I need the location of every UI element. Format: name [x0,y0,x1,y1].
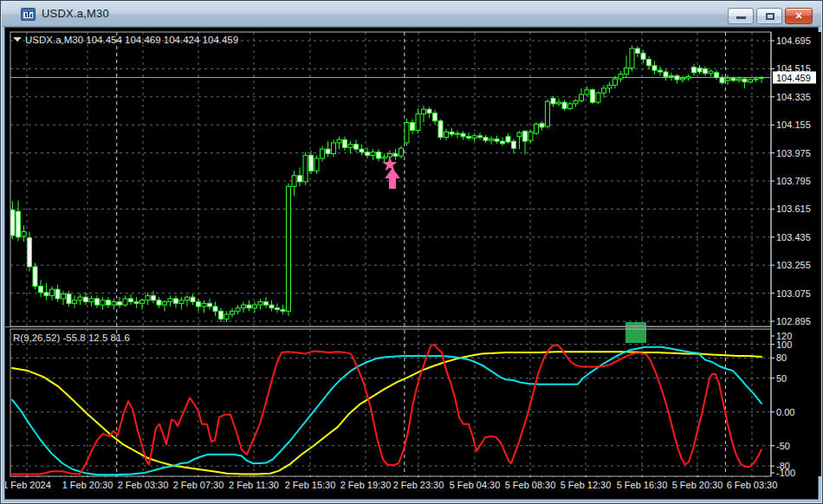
candle-body [731,78,736,81]
candle-body [483,138,488,141]
pink-up-arrow-marker[interactable] [385,168,400,189]
candle-body [472,136,476,139]
candle-body [664,72,668,76]
candle-body [134,302,139,304]
candle-body [123,299,127,305]
candle-body [715,73,719,77]
symbol-ohlc-label: USDX.a,M30 104.454 104.469 104.424 104.4… [25,35,238,45]
candle-body [287,186,291,311]
time-axis-label: 1 Feb 2024 [5,480,51,490]
candle-body [450,132,454,134]
candle-body [585,90,589,94]
candle-body [281,310,285,312]
candle-body [456,133,460,134]
candle-body [501,141,505,144]
candle-body [298,176,302,182]
candle-body [89,299,94,302]
chart-client-area: 104.695104.515104.335104.155103.975103.7… [4,27,819,500]
candle-body [742,79,747,82]
candle-body [652,66,657,70]
candle-body [269,305,274,308]
candle-body [748,80,753,82]
candle-body [512,141,516,148]
candle-body [444,132,449,137]
candle-body [619,74,623,79]
candle-body [100,300,105,305]
candle-body [242,305,246,308]
close-button[interactable]: × [785,8,813,24]
price-tick-label: 104.155 [776,120,811,130]
time-axis-label: 5 Feb 12:30 [561,480,612,490]
candle-body [630,48,634,68]
candle-body [760,77,764,78]
restore-button[interactable] [756,8,782,24]
time-axis-label: 6 Feb 03:30 [727,480,778,490]
candle-body [208,303,212,307]
time-axis-label: 5 Feb 08:30 [505,480,556,490]
chart-window: USDX.a,M30 × 104.695104.515104.335104.15… [0,0,823,504]
time-axis-label: 2 Feb 15:30 [285,480,336,490]
candle-body [461,133,465,137]
indicator-tick-label: 0.00 [776,407,794,417]
candle-body [309,155,314,171]
chart-app-icon [21,8,36,21]
candle-body [10,210,15,236]
candle-body [416,114,420,131]
candle-body [140,300,145,304]
chart-annotations[interactable] [382,157,646,343]
candle-body [528,132,533,140]
candle-body [202,303,206,307]
candle-body [681,78,685,80]
candlestick-series [10,45,764,322]
candle-body [517,132,522,137]
green-box-marker[interactable] [625,322,646,343]
candle-body [393,154,398,157]
candle-body [377,152,381,158]
candle-body [292,176,296,187]
candle-body [489,139,494,140]
candle-body [551,99,555,104]
candle-body [670,76,674,77]
candle-body [405,123,409,143]
candle-body [399,148,404,156]
indicator-curves [12,345,761,475]
window-title: USDX.a,M30 [42,7,109,20]
indicator-curve-red [12,345,761,475]
candle-body [360,149,364,152]
candle-body [168,299,172,302]
indicator-tick-label: -50 [776,441,790,451]
candle-body [78,297,82,300]
candle-body [641,53,645,59]
chart-frame [5,32,821,480]
candle-body [314,158,319,171]
candle-body [366,152,370,156]
current-price-label: 104.459 [776,73,811,83]
time-axis-label: 2 Feb 23:30 [393,480,444,490]
price-tick-label: 102.895 [776,316,811,326]
restore-icon [766,13,774,20]
candle-body [219,311,224,319]
candle-body [591,90,595,102]
time-axis-label: 5 Feb 04:30 [450,480,501,490]
candle-body [506,137,510,142]
candle-body [326,149,330,153]
chart-menu-triangle-icon[interactable] [13,37,22,42]
indicator-tick-label: 50 [776,373,787,384]
candle-body [191,297,195,301]
indicator-pane-border [10,329,771,476]
candle-body [157,300,161,305]
minimize-button[interactable] [728,8,754,24]
candle-body [720,77,724,82]
candle-body [602,88,606,93]
candle-body [303,155,308,182]
candle-body [213,307,217,311]
time-axis-label: 5 Feb 16:30 [617,480,668,490]
candle-body [73,300,77,304]
window-titlebar[interactable]: USDX.a,M30 × [2,2,821,27]
candle-body [152,295,156,300]
candle-body [146,295,150,300]
candle-body [675,76,679,81]
chart-canvas[interactable]: 104.695104.515104.335104.155103.975103.7… [5,28,821,502]
candle-body [264,302,269,306]
candle-body [574,100,578,104]
